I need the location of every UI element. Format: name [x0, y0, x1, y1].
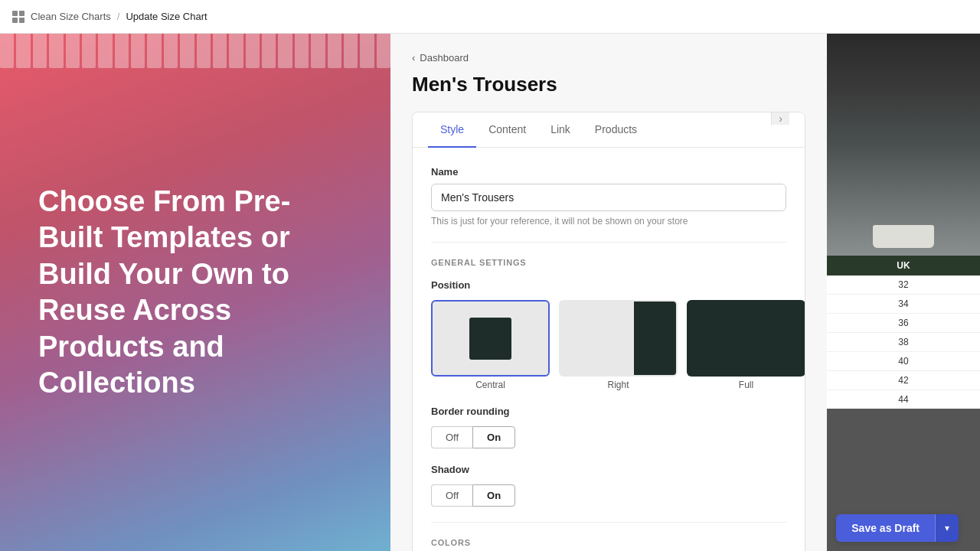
name-hint: This is just for your reference, it will…	[431, 216, 786, 227]
app-icon	[12, 11, 24, 23]
dropdown-arrow-icon: ▾	[945, 523, 949, 533]
border-rounding-label: Border rounding	[431, 406, 786, 417]
save-dropdown-button[interactable]: ▾	[935, 514, 959, 542]
chevron-left-icon: ‹	[412, 52, 415, 64]
save-btn-group: Save as Draft ▾	[836, 514, 959, 542]
size-value: 40	[827, 352, 980, 371]
size-value: 44	[827, 390, 980, 409]
preview-panel: UK 32 34 36 38 40 42 44	[827, 34, 980, 551]
tabs-panel: Style Content Link Products › Name	[412, 112, 805, 551]
section-divider-1	[431, 242, 786, 243]
breadcrumb-app[interactable]: Clean Size Charts	[31, 11, 111, 22]
left-panel: Choose From Pre-Built Templates or Build…	[0, 34, 390, 551]
border-rounding-off[interactable]: Off	[431, 426, 472, 448]
chevron-right-icon: ›	[779, 112, 782, 125]
position-right-wrapper: Right	[559, 300, 678, 390]
right-content: ‹ Dashboard Men's Trousers Style Content…	[390, 34, 980, 551]
breadcrumb-current: Update Size Chart	[126, 11, 207, 22]
tab-content[interactable]: Content	[476, 112, 538, 148]
page-title: Men's Trousers	[412, 73, 805, 96]
name-field-group: Name This is just for your reference, it…	[431, 166, 786, 227]
table-row: 42	[827, 371, 980, 390]
position-card-central[interactable]	[431, 300, 550, 377]
preview-size-table: UK 32 34 36 38 40 42 44	[827, 256, 980, 409]
preview-image	[827, 34, 980, 256]
action-bar: Save as Draft ▾	[390, 505, 980, 551]
table-row: 36	[827, 314, 980, 333]
tab-content-area: Name This is just for your reference, it…	[413, 148, 805, 551]
back-label: Dashboard	[420, 52, 469, 64]
border-rounding-toggle: Off On	[431, 426, 786, 448]
size-value: 36	[827, 314, 980, 333]
position-central-wrapper: Central	[431, 300, 550, 390]
position-card-right[interactable]	[559, 300, 678, 377]
position-field-group: Position Central	[431, 279, 786, 390]
editor-panel: ‹ Dashboard Men's Trousers Style Content…	[390, 34, 827, 551]
position-full-wrapper: Full	[687, 300, 805, 390]
size-value: 34	[827, 295, 980, 314]
breadcrumb-sep: /	[117, 11, 120, 22]
back-link[interactable]: ‹ Dashboard	[412, 52, 805, 64]
central-icon	[469, 318, 511, 360]
size-value: 32	[827, 276, 980, 295]
position-label: Position	[431, 279, 786, 291]
size-value: 38	[827, 333, 980, 352]
tab-collapse-btn[interactable]: ›	[771, 112, 789, 125]
shadow-off[interactable]: Off	[431, 484, 472, 507]
top-bar: Clean Size Charts / Update Size Chart	[0, 0, 980, 34]
save-draft-button[interactable]: Save as Draft	[836, 514, 935, 542]
position-right-label: Right	[559, 380, 678, 390]
decorative-stripes	[0, 34, 390, 68]
size-table-header: UK	[827, 256, 980, 276]
shadow-group: Shadow Off On	[431, 464, 786, 507]
name-input[interactable]	[431, 184, 786, 211]
shadow-label: Shadow	[431, 464, 786, 475]
marketing-headline: Choose From Pre-Built Templates or Build…	[38, 184, 352, 402]
breadcrumb: Clean Size Charts / Update Size Chart	[31, 11, 207, 22]
table-row: 44	[827, 390, 980, 409]
border-rounding-on[interactable]: On	[472, 426, 515, 448]
tab-products[interactable]: Products	[583, 112, 649, 148]
shadow-on[interactable]: On	[472, 484, 515, 507]
position-cards: Central Right	[431, 300, 786, 390]
tabs-header: Style Content Link Products ›	[413, 112, 805, 148]
size-table: UK 32 34 36 38 40 42 44	[827, 256, 980, 409]
table-row: 40	[827, 352, 980, 371]
name-label: Name	[431, 166, 786, 178]
right-icon	[634, 302, 676, 375]
size-value: 42	[827, 371, 980, 390]
tab-style[interactable]: Style	[428, 112, 476, 148]
general-settings-label: GENERAL SETTINGS	[431, 258, 786, 267]
position-central-label: Central	[431, 380, 550, 390]
shadow-toggle: Off On	[431, 484, 786, 507]
table-row: 34	[827, 295, 980, 314]
position-full-label: Full	[687, 380, 805, 390]
tab-link[interactable]: Link	[538, 112, 583, 148]
border-rounding-group: Border rounding Off On	[431, 406, 786, 448]
table-row: 32	[827, 276, 980, 295]
position-card-full[interactable]	[687, 300, 805, 377]
table-row: 38	[827, 333, 980, 352]
main-layout: Choose From Pre-Built Templates or Build…	[0, 34, 980, 551]
